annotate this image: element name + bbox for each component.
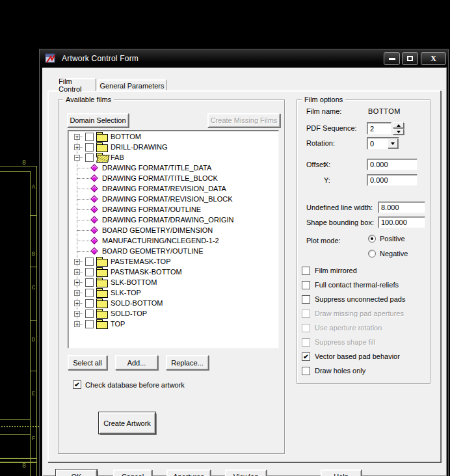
check-database-checkbox[interactable]: ✔ xyxy=(73,380,81,389)
tree-item-drawing-format-outline[interactable]: DRAWING FORMAT/OUTLINE xyxy=(69,204,278,215)
tree-item-pastmask-bottom[interactable]: +PASTMASK-BOTTOM xyxy=(69,267,278,277)
films-tree[interactable]: +BOTTOM+DRILL-DRAWING−FABDRAWING FORMAT/… xyxy=(68,130,279,349)
zone-letter: B xyxy=(29,251,38,258)
tree-connector xyxy=(77,241,90,241)
plot-mode-positive-radio[interactable] xyxy=(368,235,376,243)
titlebar[interactable]: Artwork Control Form X xyxy=(40,49,448,68)
zone-letter: E xyxy=(29,391,38,397)
undefined-line-width-input[interactable]: 8.000 xyxy=(378,202,425,213)
tab-film-control[interactable]: Film Control xyxy=(58,78,96,91)
tree-item-drawing-format-title-data[interactable]: DRAWING FORMAT/TITLE_DATA xyxy=(69,163,278,173)
tree-item-checkbox[interactable] xyxy=(85,289,94,297)
tree-item-checkbox[interactable] xyxy=(85,258,94,266)
tree-item-fab[interactable]: −FAB xyxy=(69,152,278,163)
tree-item-board-geometry-outline[interactable]: BOARD GEOMETRY/OUTLINE xyxy=(69,246,278,256)
pdf-sequence-label: PDF Sequence: xyxy=(306,124,357,133)
tree-item-checkbox[interactable] xyxy=(85,133,94,141)
shape-bounding-box-input[interactable]: 100.000 xyxy=(378,217,425,228)
tree-item-label: SLK-BOTTOM xyxy=(111,278,157,286)
tree-connector xyxy=(80,147,83,148)
ok-button[interactable]: OK xyxy=(56,469,97,476)
plot-mode-negative-label: Negative xyxy=(380,249,408,258)
expand-toggle-icon[interactable]: + xyxy=(74,321,80,327)
expand-toggle-icon[interactable]: − xyxy=(74,155,80,161)
shape-bounding-box-label: Shape bounding box: xyxy=(306,218,374,227)
tree-item-drill-drawing[interactable]: +DRILL-DRAWING xyxy=(69,142,278,152)
rotation-dropdown-button[interactable] xyxy=(388,139,398,148)
minimize-button[interactable] xyxy=(384,52,400,65)
tree-item-drawing-format-drawing-origin[interactable]: DRAWING FORMAT/DRAWING_ORIGIN xyxy=(69,215,278,225)
add-button[interactable]: Add... xyxy=(115,355,158,370)
tree-connector xyxy=(80,157,83,158)
expand-toggle-icon[interactable]: + xyxy=(74,259,80,265)
pdf-sequence-input[interactable]: 2 xyxy=(367,122,391,135)
film-layer-icon xyxy=(90,237,98,244)
create-artwork-button[interactable]: Create Artwork xyxy=(99,412,155,434)
offset-label: Offset xyxy=(306,160,325,169)
tree-item-checkbox[interactable] xyxy=(85,310,94,318)
tree-connector xyxy=(77,230,90,231)
spin-up-button[interactable] xyxy=(393,122,404,128)
tree-item-checkbox[interactable] xyxy=(85,320,94,328)
tree-item-sold-bottom[interactable]: +SOLD-BOTTOM xyxy=(69,298,278,308)
cancel-button[interactable]: Cancel xyxy=(113,469,152,476)
option-row-vector-based-pad-behavior: ✔Vector based pad behavior xyxy=(302,349,429,364)
tree-item-board-geometry-dimension[interactable]: BOARD GEOMETRY/DIMENSION xyxy=(69,225,278,235)
suppress-unconnected-pads-checkbox[interactable] xyxy=(302,295,310,304)
tree-item-slk-top[interactable]: +SLK-TOP xyxy=(69,287,278,298)
tree-item-drawing-format-title-block[interactable]: DRAWING FORMAT/TITLE_BLOCK xyxy=(69,173,278,183)
tree-item-checkbox[interactable] xyxy=(85,299,94,308)
tree-item-label: BOTTOM xyxy=(111,133,141,140)
tree-item-checkbox[interactable] xyxy=(85,143,94,152)
film-option-checkboxes: Film mirroredFull contact thermal-relief… xyxy=(302,263,429,378)
tree-item-checkbox[interactable] xyxy=(85,278,94,287)
option-label: Film mirrored xyxy=(315,267,357,274)
replace-button[interactable]: Replace... xyxy=(166,355,209,370)
option-row-draw-missing-pad-apertures: Draw missing pad apertures xyxy=(302,306,429,321)
tree-item-label: DRAWING FORMAT/OUTLINE xyxy=(102,205,201,213)
tree-connector xyxy=(80,303,83,304)
tree-item-label: SOLD-TOP xyxy=(111,310,147,317)
close-button[interactable]: X xyxy=(421,52,446,65)
expand-toggle-icon[interactable]: + xyxy=(74,269,80,275)
draw-holes-only-checkbox[interactable] xyxy=(302,367,310,375)
offset-x-input[interactable]: 0.000 xyxy=(367,159,417,170)
spin-down-button[interactable] xyxy=(393,129,404,135)
offset-y-input[interactable]: 0.000 xyxy=(367,174,417,186)
tree-item-checkbox[interactable] xyxy=(85,153,94,162)
domain-selection-button[interactable]: Domain Selection xyxy=(67,113,129,127)
expand-toggle-icon[interactable]: + xyxy=(74,300,80,306)
screen: ABCDEF88 Artwork Control Form X Film Con… xyxy=(0,0,450,476)
tree-item-label: DRAWING FORMAT/REVISION_BLOCK xyxy=(102,195,232,203)
tree-item-drawing-format-revision-block[interactable]: DRAWING FORMAT/REVISION_BLOCK xyxy=(69,194,278,204)
full-contact-thermal-reliefs-checkbox[interactable] xyxy=(302,281,310,289)
tree-item-label: DRAWING FORMAT/REVISION_DATA xyxy=(102,185,226,192)
tree-item-top[interactable]: +TOP xyxy=(69,319,278,329)
folder-icon xyxy=(96,298,107,308)
tree-item-pastemask-top[interactable]: +PASTEMASK-TOP xyxy=(69,256,278,267)
help-button[interactable]: Help xyxy=(321,469,362,476)
tree-item-label: TOP xyxy=(111,320,125,328)
expand-toggle-icon[interactable]: + xyxy=(74,290,80,296)
apertures-button[interactable]: Apertures xyxy=(166,469,211,476)
tree-item-checkbox[interactable] xyxy=(85,268,94,276)
plot-mode-negative-radio[interactable] xyxy=(368,250,376,258)
select-all-button[interactable]: Select all xyxy=(68,355,107,370)
expand-toggle-icon[interactable]: + xyxy=(74,311,80,317)
tree-connector xyxy=(80,272,83,272)
tree-item-sold-top[interactable]: +SOLD-TOP xyxy=(69,308,278,319)
expand-toggle-icon[interactable]: + xyxy=(74,134,80,140)
maximize-button[interactable] xyxy=(402,52,418,65)
draw-missing-pad-apertures-checkbox xyxy=(302,310,310,318)
tree-item-bottom[interactable]: +BOTTOM xyxy=(69,131,278,142)
expand-toggle-icon[interactable]: + xyxy=(74,144,80,150)
expand-toggle-icon[interactable]: + xyxy=(74,280,80,285)
film-mirrored-checkbox[interactable] xyxy=(302,267,310,275)
tree-item-slk-bottom[interactable]: +SLK-BOTTOM xyxy=(69,277,278,287)
option-row-draw-holes-only: Draw holes only xyxy=(302,364,429,378)
viewlog-button[interactable]: Viewlog xyxy=(225,469,267,476)
tree-item-drawing-format-revision-data[interactable]: DRAWING FORMAT/REVISION_DATA xyxy=(69,183,278,194)
tree-item-manufacturing-nclegend-1-2[interactable]: MANUFACTURING/NCLEGEND-1-2 xyxy=(69,235,278,246)
tab-general-parameters[interactable]: General Parameters xyxy=(98,79,166,91)
vector-based-pad-behavior-checkbox[interactable]: ✔ xyxy=(302,352,310,361)
